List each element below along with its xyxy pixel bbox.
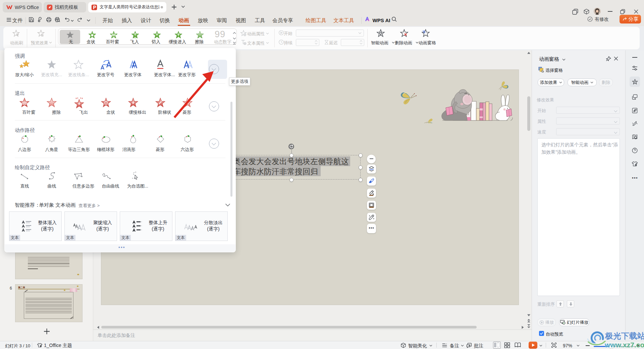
svg-text:www.xz7.com: www.xz7.com xyxy=(604,341,644,349)
svg-text:极光下载站: 极光下载站 xyxy=(605,332,644,340)
